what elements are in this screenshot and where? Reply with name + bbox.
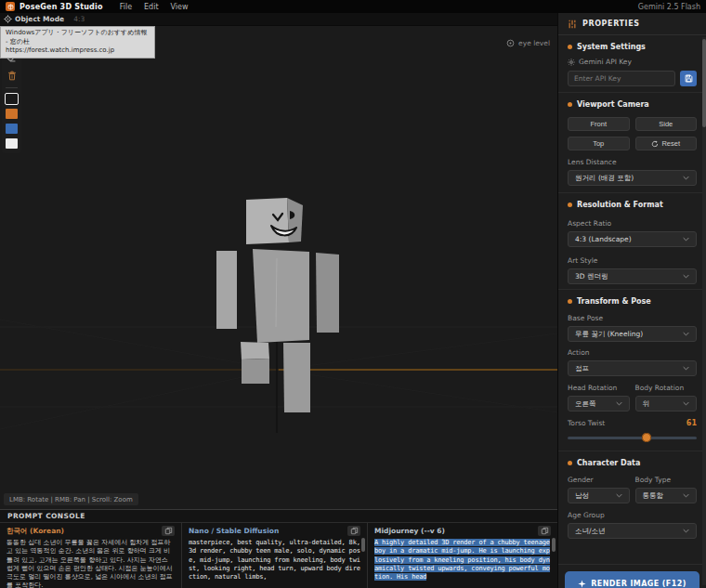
properties-panel: PROPERTIES System Settings Gemini API Ke… (557, 13, 706, 588)
copy-korean-button[interactable] (162, 526, 175, 536)
chevron-down-icon (616, 401, 622, 406)
sparkle-icon (578, 580, 586, 588)
section-resolution-format: Resolution & Format Aspect Ratio 4:3 (La… (558, 193, 706, 290)
browser-tooltip: Windowsアプリ・フリーソフトのおすすめ情報 - 窓の杜 https://f… (0, 26, 155, 59)
chevron-down-icon (683, 237, 689, 242)
body-rotation-select[interactable]: 위 (635, 396, 698, 412)
api-key-save-button[interactable] (680, 71, 697, 86)
reset-label: Reset (661, 139, 680, 148)
section-viewport-camera: Viewport Camera Front Side Top Reset Len… (558, 93, 706, 193)
torso-twist-label: Torso Twist (568, 419, 605, 427)
body-type-value: 통통함 (643, 491, 664, 501)
action-select[interactable]: 점프 (568, 360, 697, 376)
character-figure (216, 198, 339, 412)
action-value: 점프 (575, 364, 589, 373)
system-settings-heading: System Settings (577, 43, 646, 51)
color-swatch-black[interactable] (6, 94, 18, 104)
head-rotation-select[interactable]: 오른쪽 (568, 396, 630, 412)
gender-label: Gender (568, 476, 594, 484)
object-mode-icon (4, 15, 12, 23)
chevron-down-icon (683, 401, 689, 406)
slider-track[interactable] (568, 437, 697, 439)
camera-reset-button[interactable]: Reset (635, 137, 698, 150)
model-badge: Gemini 2.5 Flash (638, 3, 700, 11)
aspect-ratio-label: Aspect Ratio (568, 219, 611, 228)
viewport-mode-label[interactable]: Object Mode (15, 15, 64, 23)
art-style-select[interactable]: 3D 렌더링 (568, 268, 697, 284)
mj-scrollbar-thumb[interactable] (552, 538, 556, 552)
body-rotation-label: Body Rotation (635, 384, 685, 392)
korean-prompt-text[interactable]: 통통한 십대 소년이 무릎을 꿇은 자세에서 힘차게 점프하고 있는 역동적인 … (7, 539, 175, 588)
tooltip-line2: https://forest.watch.impress.co.jp (6, 46, 150, 56)
app-window: PoseGen 3D Studio File Edit View Gemini … (0, 0, 706, 588)
gender-select[interactable]: 남성 (568, 488, 630, 503)
aspect-ratio-value: 4:3 (Landscape) (575, 235, 632, 243)
save-icon (685, 74, 693, 83)
body-rotation-value: 위 (643, 399, 650, 409)
gender-value: 남성 (575, 491, 589, 501)
chevron-down-icon (683, 493, 689, 498)
tool-divider (6, 87, 18, 88)
slider-thumb[interactable] (642, 433, 651, 442)
copy-sd-button[interactable] (347, 526, 360, 536)
age-group-select[interactable]: 소녀/소년 (568, 523, 697, 539)
lens-distance-select[interactable]: 원거리 (배경 포함) (568, 170, 697, 186)
section-character-data: Character Data Gender 남성 Body Type 통통함 (558, 451, 706, 557)
camera-front-button[interactable]: Front (568, 117, 630, 131)
lens-distance-value: 원거리 (배경 포함) (575, 174, 634, 183)
character-data-heading: Character Data (577, 459, 640, 467)
color-swatch-white[interactable] (6, 138, 18, 149)
torso-twist-slider[interactable] (568, 433, 697, 442)
panel-scrollbar-thumb[interactable] (702, 39, 706, 127)
section-bullet (568, 461, 572, 465)
chevron-down-icon (683, 332, 689, 336)
trash-tool-button[interactable] (4, 69, 20, 82)
tooltip-line1: Windowsアプリ・フリーソフトのおすすめ情報 - 窓の杜 (6, 29, 150, 46)
gear-icon (568, 59, 575, 66)
camera-side-button[interactable]: Side (635, 117, 698, 131)
age-group-value: 소녀/소년 (575, 527, 606, 536)
torso-twist-value: 61 (686, 419, 697, 427)
head-rotation-label: Head Rotation (568, 384, 617, 392)
panel-scrollbar[interactable] (702, 37, 706, 585)
camera-top-button[interactable]: Top (568, 137, 630, 150)
menu-bar: File Edit View (120, 3, 189, 11)
mj-prompt-text[interactable]: A highly detailed 3D render of a chubby … (374, 539, 551, 581)
viewport-camera-heading: Viewport Camera (577, 100, 649, 109)
chevron-down-icon (683, 366, 689, 371)
app-logo-icon (6, 2, 15, 11)
art-style-value: 3D 렌더링 (575, 272, 608, 281)
color-swatch-orange[interactable] (6, 109, 18, 119)
scene-3d-character (0, 13, 557, 509)
section-bullet (568, 299, 572, 304)
menu-file[interactable]: File (120, 3, 132, 11)
render-image-button[interactable]: RENDER IMAGE (F12) (565, 571, 699, 588)
sd-prompt-text[interactable]: masterpiece, best quality, ultra-detaile… (189, 539, 360, 581)
top-menu-bar: PoseGen 3D Studio File Edit View Gemini … (0, 0, 706, 13)
chevron-down-icon (683, 176, 689, 180)
copy-mj-button[interactable] (538, 526, 551, 536)
sd-scrollbar-thumb[interactable] (361, 538, 365, 552)
body-type-select[interactable]: 통통함 (635, 488, 698, 503)
console-column-korean: 한국어 (Korean) 통통한 십대 소년이 무릎을 꿇은 자세에서 힘차게 … (0, 523, 181, 588)
mj-column-label: Midjourney (--v 6) (374, 527, 445, 535)
base-pose-select[interactable]: 무릎 꿇기 (Kneeling) (568, 326, 697, 342)
section-system-settings: System Settings Gemini API Key (558, 35, 706, 93)
age-group-label: Age Group (568, 511, 605, 519)
viewport-3d[interactable]: Object Mode 4:3 eye level Windowsアプリ・フリー… (0, 13, 557, 509)
properties-header: PROPERTIES (558, 13, 706, 35)
chevron-down-icon (616, 493, 622, 498)
body-type-label: Body Type (635, 476, 672, 484)
section-transform-pose: Transform & Pose Base Pose 무릎 꿇기 (Kneeli… (558, 290, 706, 451)
menu-view[interactable]: View (171, 3, 189, 11)
menu-edit[interactable]: Edit (144, 3, 159, 11)
color-swatch-blue[interactable] (6, 124, 18, 134)
viewport-controls-hint: LMB: Rotate | RMB: Pan | Scroll: Zoom (4, 493, 138, 505)
aspect-ratio-select[interactable]: 4:3 (Landscape) (568, 231, 697, 247)
reset-icon (651, 140, 659, 148)
transform-pose-heading: Transform & Pose (577, 297, 651, 306)
head-rotation-value: 오른쪽 (575, 399, 596, 409)
api-key-input[interactable] (568, 71, 675, 86)
viewport-header: Object Mode 4:3 (0, 13, 557, 26)
section-bullet (568, 102, 572, 107)
